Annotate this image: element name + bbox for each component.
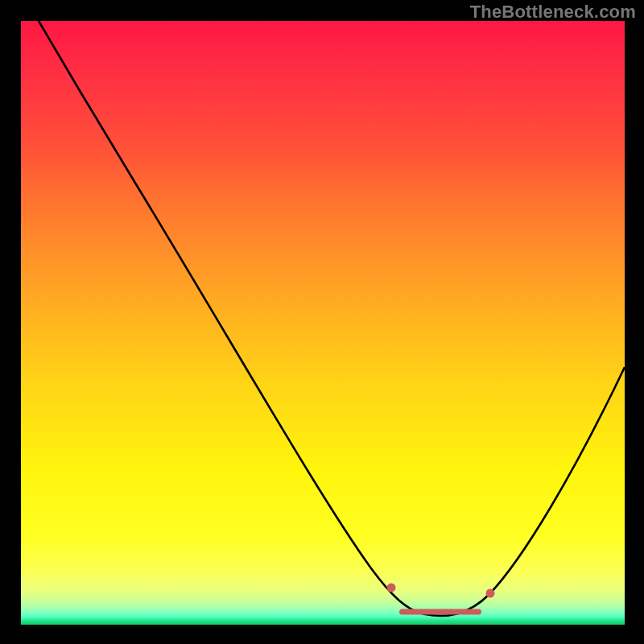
marker-left bbox=[386, 583, 395, 592]
background-gradient bbox=[21, 21, 625, 625]
marker-right bbox=[485, 589, 494, 598]
watermark-text: TheBottleneck.com bbox=[470, 2, 636, 23]
plot-area bbox=[21, 21, 625, 625]
marker-flat-segment bbox=[399, 609, 481, 614]
chart-frame: TheBottleneck.com bbox=[0, 0, 644, 644]
